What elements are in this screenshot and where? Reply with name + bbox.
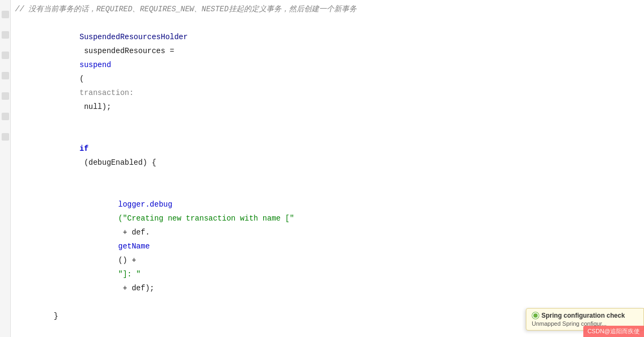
code-line-4: logger.debug ("Creating new transaction …: [11, 184, 644, 309]
code-line-1: // 没有当前事务的话，REQUIRED、REQUIRES_NEW、NESTED…: [11, 2, 644, 16]
notification-title-text: Spring configuration check: [541, 312, 625, 319]
paren-open: (: [79, 75, 84, 83]
sidebar-icon-4[interactable]: [2, 72, 9, 79]
line-4-content: logger.debug ("Creating new transaction …: [11, 184, 644, 309]
line-2-content: SuspendedResourcesHolder suspendedResour…: [11, 16, 644, 128]
sidebar: [0, 0, 11, 337]
null-val: null);: [79, 102, 111, 111]
csdn-text: CSDN@追阳而疾使: [588, 328, 640, 334]
sidebar-icon-7[interactable]: [2, 133, 9, 141]
sidebar-icon-1[interactable]: [2, 11, 9, 18]
notification-title: Spring configuration check: [532, 312, 638, 319]
brace-close-1: }: [15, 309, 58, 323]
method-logger-debug: logger.debug: [118, 200, 172, 209]
spring-icon: [532, 312, 539, 319]
code-line-2: SuspendedResourcesHolder suspendedResour…: [11, 16, 644, 128]
method-suspend: suspend: [79, 61, 111, 69]
code-lines: // 没有当前事务的话，REQUIRED、REQUIRES_NEW、NESTED…: [11, 0, 644, 337]
param-transaction: transaction:: [79, 89, 134, 97]
code-line-3: if (debugEnabled) {: [11, 128, 644, 184]
code-editor: // 没有当前事务的话，REQUIRED、REQUIRES_NEW、NESTED…: [11, 0, 644, 337]
if-cond: (debugEnabled) {: [79, 158, 156, 167]
comment-1: // 没有当前事务的话，REQUIRED、REQUIRES_NEW、NESTED…: [15, 2, 357, 16]
csdn-badge: CSDN@追阳而疾使: [583, 326, 644, 337]
str-creating: ("Creating new transaction with name [": [118, 214, 294, 223]
sidebar-icon-3[interactable]: [2, 52, 9, 59]
sidebar-icon-2[interactable]: [2, 31, 9, 39]
var-suspended: suspendedResources =: [79, 47, 179, 55]
method-getname: getName: [118, 242, 150, 251]
concat2: () +: [118, 256, 141, 265]
sidebar-icon-6[interactable]: [2, 113, 9, 120]
concat1: + def.: [118, 228, 150, 237]
line-1-content: // 没有当前事务的话，REQUIRED、REQUIRES_NEW、NESTED…: [11, 2, 644, 16]
line-3-content: if (debugEnabled) {: [11, 128, 644, 184]
str-bracket-close: "]: ": [118, 270, 141, 279]
concat3: + def);: [118, 284, 154, 292]
type-suspended: SuspendedResourcesHolder: [79, 33, 188, 41]
sidebar-icon-5[interactable]: [2, 92, 9, 100]
kw-if: if: [79, 144, 89, 153]
